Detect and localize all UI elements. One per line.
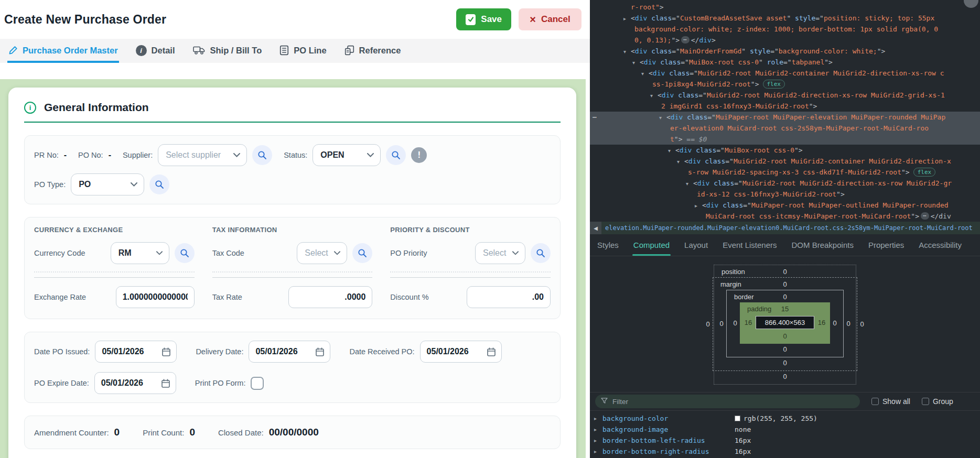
tab-ship-bill-to[interactable]: Ship / Bill To — [192, 39, 263, 63]
tab-detail[interactable]: i Detail — [135, 39, 176, 63]
dotted-divider — [34, 271, 195, 272]
tax-rate-input[interactable] — [288, 286, 372, 308]
collapse-arrow-icon[interactable]: ▾ — [677, 156, 684, 167]
search-icon — [257, 150, 267, 160]
date-po-issued-input[interactable]: 05/01/2026 — [95, 341, 177, 363]
filter-input[interactable]: Filter — [595, 395, 860, 408]
collapse-arrow-icon[interactable]: ▾ — [650, 90, 658, 101]
dom-tree-line[interactable]: ▾<div class="MuiGrid2-root MuiGrid2-dire… — [590, 178, 980, 189]
currency-search-button[interactable] — [175, 243, 195, 263]
cancel-button[interactable]: × Cancel — [519, 8, 581, 30]
print-po-form-checkbox[interactable] — [251, 377, 264, 390]
devtools-tabs: Styles Computed Layout Event Listeners D… — [590, 234, 980, 256]
search-icon — [391, 150, 401, 160]
dom-tree-line[interactable]: t"> == $0 — [590, 134, 980, 145]
supplier-select[interactable]: Select supplier — [158, 144, 247, 166]
po-type-search-button[interactable] — [149, 175, 169, 194]
calendar-icon[interactable] — [161, 347, 171, 357]
tab-purchase-order-master[interactable]: Purchase Order Master — [7, 39, 119, 63]
tab-layout[interactable]: Layout — [684, 239, 708, 250]
dom-tree-line[interactable]: ▾<div class="MuiGrid2-root MuiGrid2-cont… — [590, 68, 980, 79]
computed-property-row[interactable]: ▸ border-bottom-right-radius 16px — [590, 446, 980, 457]
dom-tree-line[interactable]: ▾<div class="MainOrderFromGd" style="bac… — [590, 46, 980, 57]
status-search-button[interactable] — [386, 145, 406, 165]
breadcrumb-back-icon[interactable]: ◀ — [590, 222, 601, 234]
currency-code-select[interactable]: RM — [111, 242, 169, 264]
dom-tree-line[interactable]: 2 imgGird1 css-16fnxy3-MuiGrid2-root"> — [590, 101, 980, 112]
collapse-arrow-icon[interactable]: ▾ — [623, 46, 631, 57]
calendar-icon[interactable] — [487, 347, 496, 357]
tab-computed[interactable]: Computed — [633, 239, 670, 250]
tax-code-select[interactable]: Select — [297, 242, 347, 264]
delivery-date-input[interactable]: 05/01/2026 — [249, 341, 330, 363]
supplier-search-button[interactable] — [252, 145, 272, 165]
dom-tree-line[interactable]: ⋯▾<div class="MuiPaper-root MuiPaper-ele… — [590, 112, 980, 123]
collapse-arrow-icon[interactable]: ▾ — [668, 145, 675, 156]
computed-property-row[interactable]: ▸ background-color rgb(255, 255, 255) — [590, 413, 980, 424]
tab-accessibility[interactable]: Accessibility — [919, 239, 962, 250]
expand-arrow-icon[interactable]: ▸ — [594, 413, 602, 424]
collapse-arrow-icon[interactable]: ▾ — [641, 68, 649, 79]
collapse-arrow-icon[interactable]: ▾ — [686, 178, 693, 189]
computed-property-row[interactable]: ▸ background-image none — [590, 424, 980, 435]
tab-reference[interactable]: Reference — [343, 39, 402, 63]
collapsed-content-icon[interactable]: ⋯ — [921, 212, 929, 220]
expand-arrow-icon[interactable]: ▸ — [594, 424, 602, 435]
dom-tree-line[interactable]: MuiCard-root css-itcmsy-MuiPaper-root-Mu… — [590, 211, 980, 222]
dom-tree-line[interactable]: s-row MuiGrid2-spacing-xs-3 css-dkd71f-M… — [590, 167, 980, 178]
date-received-po-input[interactable]: 05/01/2026 — [420, 341, 502, 363]
computed-property-row[interactable]: ▸ border-bottom-left-radius 16px — [590, 435, 980, 446]
search-icon — [358, 248, 367, 258]
expand-arrow-icon[interactable]: ▸ — [594, 435, 602, 446]
tab-styles[interactable]: Styles — [597, 239, 619, 250]
tab-dom-breakpoints[interactable]: DOM Breakpoints — [792, 239, 854, 250]
flex-badge[interactable]: flex — [913, 168, 936, 177]
save-button[interactable]: Save — [456, 8, 511, 30]
po-type-select[interactable]: PO — [71, 173, 144, 195]
breadcrumb[interactable]: elevation.MuiPaper-rounded.MuiPaper-elev… — [605, 224, 973, 232]
po-priority-search-button[interactable] — [531, 243, 551, 263]
dom-tree-line[interactable]: ▾<div class="MuiBox-root css-0" role="ta… — [590, 57, 980, 68]
page-title: Create New Purchase Order — [4, 13, 456, 27]
pr-no-field: PR No: - — [34, 150, 67, 160]
dom-tree-line[interactable]: er-elevation0 MuiCard-root css-2s58ym-Mu… — [590, 123, 980, 134]
po-expire-date-input[interactable]: 05/01/2026 — [94, 372, 176, 394]
devtools-dom-tree: r-root">▸<div class="CustomBreadAssetSav… — [590, 0, 980, 222]
calendar-icon[interactable] — [161, 378, 170, 388]
expand-arrow-icon[interactable]: ▸ — [623, 13, 631, 24]
group-checkbox[interactable]: Group — [922, 397, 953, 406]
dom-tree-line[interactable]: ▾<div class="MuiGrid2-root MuiGrid2-dire… — [590, 90, 980, 101]
collapse-arrow-icon[interactable]: ▾ — [632, 57, 640, 68]
dom-tree-line[interactable]: ▾<div class="MuiBox-root css-0"> — [590, 145, 980, 156]
status-select[interactable]: OPEN — [313, 144, 381, 166]
dom-tree-line[interactable]: ▸<div class="MuiPaper-root MuiPaper-outl… — [590, 200, 980, 211]
computed-properties-list: ▸ background-color rgb(255, 255, 255) ▸ … — [590, 411, 980, 457]
show-all-checkbox[interactable]: Show all — [871, 397, 910, 406]
date-received-po-label: Date Received PO: — [349, 347, 414, 356]
dom-tree-line[interactable]: 0, 0.13);">⋯</div> — [590, 35, 980, 46]
expand-arrow-icon[interactable]: ▸ — [594, 446, 602, 457]
collapsed-content-icon[interactable]: ⋯ — [681, 36, 690, 43]
currency-code-label: Currency Code — [34, 249, 85, 257]
dom-tree-line[interactable]: background-color: white; z-index: 1000; … — [590, 24, 980, 35]
dom-tree-line[interactable]: ▸<div class="CustomBreadAssetSave asset"… — [590, 13, 980, 24]
box-model-content: 866.400×563 — [756, 316, 814, 329]
tab-event-listeners[interactable]: Event Listeners — [723, 239, 777, 250]
tax-code-search-button[interactable] — [352, 243, 372, 263]
dom-tree-line[interactable]: ss-1pi8xg4-MuiGrid2-root">flex — [590, 79, 980, 90]
discount-input[interactable] — [467, 286, 551, 308]
solid-divider — [34, 277, 195, 278]
po-priority-select[interactable]: Select — [475, 242, 525, 264]
dom-tree-line[interactable]: id-xs-12 css-16fnxy3-MuiGrid2-root"> — [590, 189, 980, 200]
dom-tree-line[interactable]: r-root"> — [590, 2, 980, 13]
computed-filter-bar: Filter Show all Group — [590, 392, 980, 411]
calendar-icon[interactable] — [315, 347, 325, 357]
expand-arrow-icon[interactable]: ▸ — [695, 200, 702, 211]
collapse-arrow-icon[interactable]: ▾ — [659, 112, 666, 123]
tab-po-line[interactable]: PO Line — [278, 39, 327, 63]
flex-badge[interactable]: flex — [763, 80, 785, 89]
dom-tree-line[interactable]: ▾<div class="MuiGrid2-root MuiGrid2-cont… — [590, 156, 980, 167]
cancel-label: Cancel — [541, 14, 570, 25]
exchange-rate-input[interactable] — [116, 286, 195, 308]
tab-properties[interactable]: Properties — [868, 239, 904, 250]
